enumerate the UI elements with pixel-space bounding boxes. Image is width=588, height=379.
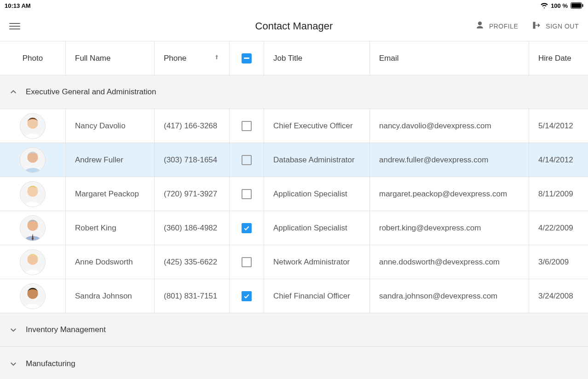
chevron-up-icon bbox=[9, 88, 17, 96]
hiredate-text: 8/11/2009 bbox=[538, 190, 573, 199]
column-header-fullname[interactable]: Full Name bbox=[66, 41, 155, 75]
column-header-photo[interactable]: Photo bbox=[0, 41, 66, 75]
group-header-inventory[interactable]: Inventory Management bbox=[0, 313, 588, 347]
jobtitle-text: Network Administrator bbox=[273, 258, 350, 267]
profile-label: PROFILE bbox=[489, 23, 518, 30]
table-row[interactable]: Sandra Johnson (801) 831-7151 Chief Fina… bbox=[0, 279, 588, 313]
hiredate-text: 3/6/2009 bbox=[538, 258, 569, 267]
cell-checkbox bbox=[230, 211, 264, 245]
signout-label: SIGN OUT bbox=[546, 23, 579, 30]
cell-phone: (720) 971-3927 bbox=[155, 177, 230, 211]
cell-photo bbox=[0, 245, 66, 279]
fullname-text: Andrew Fuller bbox=[75, 155, 123, 165]
column-header-email[interactable]: Email bbox=[370, 41, 529, 75]
group-header-executive[interactable]: Executive General and Administration bbox=[0, 75, 588, 109]
cell-jobtitle: Chief Executive Officer bbox=[264, 109, 370, 143]
column-header-label: Full Name bbox=[75, 54, 110, 63]
hiredate-text: 4/14/2012 bbox=[538, 155, 573, 165]
table-row[interactable]: Andrew Fuller (303) 718-1654 Database Ad… bbox=[0, 143, 588, 177]
contacts-table: Photo Full Name Phone Job Title Email Hi… bbox=[0, 41, 588, 379]
status-right: 100 % bbox=[541, 2, 583, 9]
phone-text: (303) 718-1654 bbox=[164, 155, 217, 165]
hamburger-menu-icon[interactable] bbox=[9, 21, 20, 32]
column-header-select[interactable] bbox=[230, 41, 264, 75]
cell-phone: (417) 166-3268 bbox=[155, 109, 230, 143]
group-label: Inventory Management bbox=[26, 325, 106, 334]
cell-email: robert.king@devexpress.com bbox=[370, 211, 529, 245]
cell-checkbox bbox=[230, 143, 264, 177]
table-row[interactable]: Nancy Davolio (417) 166-3268 Chief Execu… bbox=[0, 109, 588, 143]
cell-email: anne.dodsworth@devexpress.com bbox=[370, 245, 529, 279]
cell-jobtitle: Chief Financial Officer bbox=[264, 279, 370, 313]
email-text: anne.dodsworth@devexpress.com bbox=[379, 258, 500, 267]
column-header-label: Phone bbox=[164, 54, 186, 63]
cell-hiredate: 3/6/2009 bbox=[529, 245, 588, 279]
fullname-text: Anne Dodsworth bbox=[75, 258, 133, 267]
profile-button[interactable]: PROFILE bbox=[475, 21, 518, 31]
cell-jobtitle: Application Specialist bbox=[264, 211, 370, 245]
status-time: 10:13 AM bbox=[5, 2, 31, 9]
column-header-label: Job Title bbox=[273, 54, 302, 63]
jobtitle-text: Application Specialist bbox=[273, 190, 347, 199]
cell-checkbox bbox=[230, 279, 264, 313]
cell-jobtitle: Database Administrator bbox=[264, 143, 370, 177]
svg-rect-1 bbox=[571, 3, 581, 8]
fullname-text: Robert King bbox=[75, 224, 116, 233]
cell-fullname: Andrew Fuller bbox=[66, 143, 155, 177]
person-icon bbox=[475, 21, 484, 31]
row-checkbox[interactable] bbox=[242, 257, 252, 267]
group-header-manufacturing[interactable]: Manufacturing bbox=[0, 347, 588, 379]
column-header-label: Email bbox=[379, 54, 399, 63]
avatar bbox=[20, 147, 46, 173]
group-label: Manufacturing bbox=[26, 359, 75, 368]
cell-email: margaret.peackop@devexpress.com bbox=[370, 177, 529, 211]
row-checkbox[interactable] bbox=[242, 121, 252, 131]
cell-fullname: Robert King bbox=[66, 211, 155, 245]
app-bar: Contact Manager PROFILE SIGN OUT bbox=[0, 11, 588, 41]
fullname-text: Nancy Davolio bbox=[75, 121, 126, 131]
jobtitle-text: Chief Executive Officer bbox=[273, 121, 353, 131]
column-header-phone[interactable]: Phone bbox=[155, 41, 230, 75]
cell-photo bbox=[0, 177, 66, 211]
row-checkbox[interactable] bbox=[242, 291, 252, 301]
chevron-down-icon bbox=[9, 360, 17, 368]
cell-photo bbox=[0, 211, 66, 245]
email-text: nancy.davolio@devexpress.com bbox=[379, 121, 491, 131]
phone-text: (801) 831-7151 bbox=[164, 292, 217, 301]
signout-icon bbox=[532, 21, 541, 31]
hiredate-text: 5/14/2012 bbox=[538, 121, 573, 131]
row-checkbox[interactable] bbox=[242, 189, 252, 199]
row-checkbox[interactable] bbox=[242, 223, 252, 233]
row-checkbox[interactable] bbox=[242, 155, 252, 165]
table-row[interactable]: Margaret Peackop (720) 971-3927 Applicat… bbox=[0, 177, 588, 211]
cell-phone: (303) 718-1654 bbox=[155, 143, 230, 177]
email-text: robert.king@devexpress.com bbox=[379, 224, 481, 233]
hiredate-text: 4/22/2009 bbox=[538, 224, 573, 233]
email-text: andrew.fuller@devexpress.com bbox=[379, 155, 488, 165]
cell-fullname: Anne Dodsworth bbox=[66, 245, 155, 279]
signout-button[interactable]: SIGN OUT bbox=[532, 21, 579, 31]
hiredate-text: 3/24/2008 bbox=[538, 292, 573, 301]
cell-jobtitle: Application Specialist bbox=[264, 177, 370, 211]
avatar bbox=[20, 249, 46, 275]
phone-text: (720) 971-3927 bbox=[164, 190, 217, 199]
wifi-icon bbox=[541, 3, 548, 8]
avatar bbox=[20, 113, 46, 139]
group-label: Executive General and Administration bbox=[26, 87, 156, 97]
table-header-row: Photo Full Name Phone Job Title Email Hi… bbox=[0, 41, 588, 75]
table-row[interactable]: Anne Dodsworth (425) 335-6622 Network Ad… bbox=[0, 245, 588, 279]
column-header-label: Hire Date bbox=[538, 54, 571, 63]
cell-hiredate: 8/11/2009 bbox=[529, 177, 588, 211]
column-header-hiredate[interactable]: Hire Date bbox=[529, 41, 588, 75]
cell-email: andrew.fuller@devexpress.com bbox=[370, 143, 529, 177]
phone-text: (417) 166-3268 bbox=[164, 121, 217, 131]
cell-photo bbox=[0, 109, 66, 143]
jobtitle-text: Chief Financial Officer bbox=[273, 292, 350, 301]
cell-fullname: Margaret Peackop bbox=[66, 177, 155, 211]
cell-phone: (801) 831-7151 bbox=[155, 279, 230, 313]
column-header-jobtitle[interactable]: Job Title bbox=[264, 41, 370, 75]
cell-hiredate: 3/24/2008 bbox=[529, 279, 588, 313]
select-all-indeterminate-icon[interactable] bbox=[242, 53, 252, 63]
table-row[interactable]: Robert King (360) 186-4982 Application S… bbox=[0, 211, 588, 245]
cell-phone: (360) 186-4982 bbox=[155, 211, 230, 245]
